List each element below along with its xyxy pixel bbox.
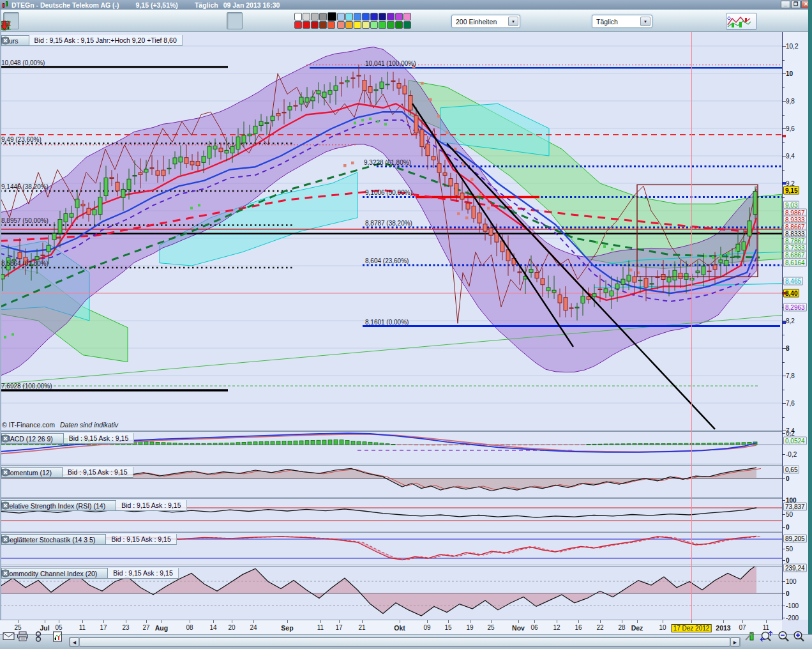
time-label: Dez [631,624,643,632]
color-swatch[interactable] [327,21,335,29]
color-swatch[interactable] [395,13,403,20]
trash-tool-button[interactable] [211,12,227,29]
title-period: Täglich [195,1,218,9]
color-swatch[interactable] [362,21,370,29]
indicator-axis-label: 100 [786,578,797,585]
segment-tool-button[interactable] [67,12,83,29]
vline-tool-button[interactable] [115,12,131,29]
color-swatch[interactable] [395,21,403,29]
color-swatch[interactable] [403,21,411,29]
scroll-thumb[interactable] [79,638,730,646]
minimize-button[interactable]: _ [781,1,790,8]
color-swatch[interactable] [319,13,327,20]
fibonacci-tool-button[interactable] [131,12,147,29]
axis-tick [783,560,785,561]
macd-title: MACD (12 26 9) [4,435,53,443]
color-swatch[interactable] [294,13,302,20]
sell-arrow-button[interactable] [274,12,290,29]
hline-tool-button[interactable] [99,12,115,29]
units-dropdown[interactable]: 200 Einheiten ▼ [451,15,520,28]
chevron-down-icon[interactable]: ▼ [640,17,650,26]
time-tick [491,620,492,623]
tools-settings-button[interactable] [195,12,211,29]
color-palette [294,13,411,29]
chart-style-button[interactable] [726,13,757,30]
period-dropdown[interactable]: Täglich ▼ [592,15,652,28]
kurs-tab[interactable]: Kurs [1,35,29,46]
color-swatch[interactable] [354,13,361,20]
scroll-left-arrow[interactable]: ◀ [70,638,79,646]
color-swatch[interactable] [311,13,319,20]
macd-tab[interactable]: MACD (12 26 9) [1,433,64,444]
pattern-tool-button[interactable] [243,12,259,29]
scroll-right-arrow[interactable]: ▶ [730,638,740,646]
rsi-bid-ask: Bid : 9,15 Ask : 9,15 [116,500,186,511]
time-label: 09 [423,624,430,631]
time-label: 27 [142,624,149,631]
time-tick [557,620,557,623]
axis-tick [783,500,785,501]
color-swatch[interactable] [379,21,386,29]
time-label: 25 [14,624,21,631]
time-tick [448,620,449,623]
time-tick [82,620,83,623]
stoch-tab[interactable]: Geglätteter Stochastik (14 3 5) [1,534,106,545]
color-swatch[interactable] [337,21,345,29]
period-dropdown-value: Täglich [596,18,618,26]
trading-app-window: DTEGn - Deutsche Telekom AG (-) 9,15 (+3… [0,0,812,649]
color-swatch[interactable] [294,21,302,29]
time-tick [518,620,519,623]
color-swatch[interactable] [370,21,378,29]
fib-left-label: 9,1446 (38,20%) [1,183,49,190]
zigzag-tool-button[interactable] [227,12,243,29]
text-tool-button[interactable]: T [147,12,163,29]
price-value-label: 73,837 [783,503,807,511]
channel-tool-button[interactable] [179,12,195,29]
color-swatch[interactable] [370,13,378,20]
color-swatch[interactable] [327,12,336,21]
time-label: 22 [596,624,603,631]
kurs-bid-ask: Bid : 9,15 Ask : 9,15 Jahr:+Hoch 9,20 +T… [29,35,183,46]
rsi-tab[interactable]: Relative Strength Index (RSI) (14) [1,500,116,511]
color-swatch[interactable] [303,21,310,29]
color-swatch[interactable] [345,13,353,20]
color-swatch[interactable] [311,21,319,29]
price-value-label: 8,2963 [783,303,807,312]
macd-bid-ask: Bid : 9,15 Ask : 9,15 [64,433,134,444]
color-swatch[interactable] [337,13,345,20]
ruler-tool-button[interactable] [19,12,35,29]
axis-tick [783,606,785,606]
color-swatch[interactable] [387,13,395,20]
stoch-bid-ask: Bid : 9,15 Ask : 9,15 [106,534,176,545]
axis-tick-label: 7,6 [786,400,795,407]
chevron-down-icon[interactable]: ▼ [508,17,518,26]
buy-arrow-button[interactable] [259,12,274,29]
momentum-tab[interactable]: Momentum (12) [1,467,63,478]
restore-button[interactable]: ❐ [791,1,801,8]
title-instrument: DTEGn - Deutsche Telekom AG (-) [11,1,119,9]
parallel-tool-button[interactable] [163,12,179,29]
stoch-title: Geglätteter Stochastik (14 3 5) [4,536,95,544]
horizontal-scrollbar[interactable]: ◀ ▶ [69,637,741,647]
trendline-tool-button[interactable] [83,12,99,29]
kurs-panel-header: Kurs Bid : 9,15 Ask : 9,15 Jahr:+Hoch 9,… [1,35,183,46]
color-swatch[interactable] [319,21,327,29]
time-label: Okt [394,624,405,632]
cci-tab[interactable]: Commodity Channel Index (20) [1,568,108,579]
time-tick [320,620,321,623]
axis-minor-tick [783,142,785,143]
color-swatch[interactable] [354,21,361,29]
time-tick [339,620,340,623]
title-bar[interactable]: DTEGn - Deutsche Telekom AG (-) 9,15 (+3… [0,0,812,10]
alarm-tool-button[interactable] [35,12,51,29]
color-swatch[interactable] [303,13,310,20]
time-tick [126,620,126,623]
color-swatch[interactable] [403,13,411,20]
time-tick [742,620,743,623]
color-swatch[interactable] [387,21,395,29]
color-swatch[interactable] [345,21,353,29]
color-swatch[interactable] [379,13,386,20]
zoom-tool-button[interactable] [51,12,67,29]
color-swatch[interactable] [362,13,370,20]
price-axis[interactable]: 10,2109,89,69,49,28,287,87,67,49,159,038… [782,32,808,620]
